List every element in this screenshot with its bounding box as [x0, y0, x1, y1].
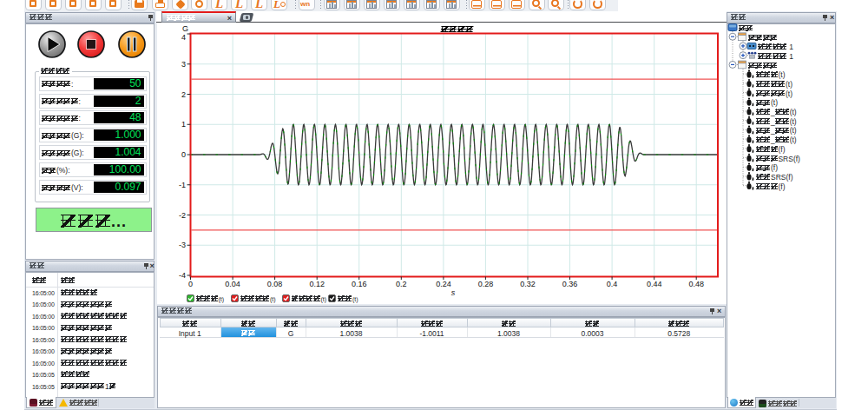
svg-text:0.36: 0.36: [562, 280, 578, 288]
svg-text:0.28: 0.28: [478, 280, 494, 288]
svg-text:-3: -3: [179, 241, 186, 249]
svg-text:-2: -2: [179, 211, 186, 220]
svg-text:3: 3: [181, 60, 186, 69]
svg-text:0.24: 0.24: [436, 280, 451, 288]
svg-text:0.12: 0.12: [309, 280, 325, 288]
svg-text:0.4: 0.4: [607, 280, 618, 288]
svg-text:G: G: [182, 24, 188, 33]
svg-text:0.08: 0.08: [267, 280, 283, 288]
svg-text:0.48: 0.48: [688, 280, 704, 288]
svg-text:s: s: [451, 288, 456, 297]
svg-text:-1: -1: [179, 181, 186, 189]
svg-text:0: 0: [188, 280, 193, 288]
svg-text:0.2: 0.2: [396, 280, 407, 288]
svg-text:-4: -4: [179, 271, 186, 280]
svg-text:0.16: 0.16: [352, 280, 367, 288]
svg-text:0.44: 0.44: [647, 280, 662, 288]
svg-text:0: 0: [181, 150, 186, 159]
svg-text:2: 2: [181, 90, 186, 99]
svg-text:4: 4: [181, 33, 186, 42]
svg-text:1: 1: [181, 120, 186, 129]
svg-text:0.04: 0.04: [225, 280, 240, 288]
svg-text:0.32: 0.32: [520, 280, 536, 288]
